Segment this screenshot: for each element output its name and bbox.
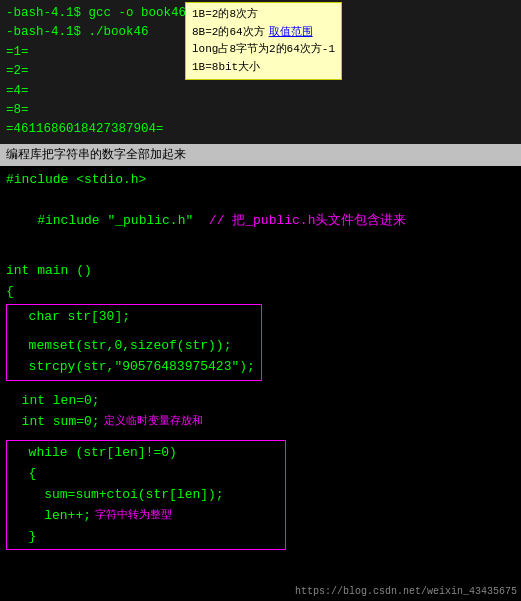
- terminal-line-5: =4=: [6, 82, 515, 101]
- code-memset: memset(str,0,sizeof(str));: [13, 336, 255, 357]
- while-block: while (str[len]!=0) { sum=sum+ctoi(str[l…: [6, 440, 286, 550]
- footer-url[interactable]: https://blog.csdn.net/weixin_43435675: [291, 582, 521, 601]
- code-int-sum: int sum=0;: [6, 412, 100, 433]
- code-section: #include <stdio.h> #include "_public.h" …: [0, 166, 521, 555]
- code-while-brace: {: [13, 464, 279, 485]
- code-char-block: char str[30]; memset(str,0,sizeof(str));…: [6, 304, 262, 380]
- code-char-decl: char str[30];: [13, 307, 255, 328]
- tooltip-line1: 1B=2的8次方: [192, 6, 335, 24]
- code-len-incr: len++;: [13, 506, 91, 527]
- code-int-sum-line: int sum=0; 定义临时变量存放和: [6, 412, 515, 433]
- tooltip-line3: long占8字节为2的64次方-1: [192, 41, 335, 59]
- tooltip-line2: 8B=2的64次方 取值范围: [192, 24, 335, 42]
- tooltip-box: 1B=2的8次方 8B=2的64次方 取值范围 long占8字节为2的64次方-…: [185, 2, 342, 80]
- code-int-len: int len=0;: [6, 391, 515, 412]
- divider-label: 编程库把字符串的数字全部加起来: [0, 144, 521, 166]
- code-main-func: int main (): [6, 261, 515, 282]
- terminal-line-7: =4611686018427387904=: [6, 120, 515, 139]
- tooltip-link[interactable]: 取值范围: [269, 24, 313, 42]
- code-include2: #include "_public.h" // 把_public.h头文件包含进…: [6, 190, 515, 252]
- code-include1: #include <stdio.h>: [6, 170, 515, 191]
- code-strcpy: strcpy(str,"90576483975423");: [13, 357, 255, 378]
- terminal-line-6: =8=: [6, 101, 515, 120]
- code-len-line: len++; 字符中转为整型: [13, 506, 279, 527]
- sum-tooltip: 定义临时变量存放和: [104, 413, 203, 431]
- tooltip-8b: 8B=2的64次方: [192, 24, 265, 42]
- code-brace-open: {: [6, 282, 515, 303]
- code-while: while (str[len]!=0): [13, 443, 279, 464]
- tooltip-line4: 1B=8bit大小: [192, 59, 335, 77]
- top-section: -bash-4.1$ gcc -o book46 book46.c _publi…: [0, 0, 521, 144]
- code-close-brace: }: [13, 527, 279, 548]
- code-sum-expr: sum=sum+ctoi(str[len]);: [13, 485, 279, 506]
- len-tooltip: 字符中转为整型: [95, 507, 172, 525]
